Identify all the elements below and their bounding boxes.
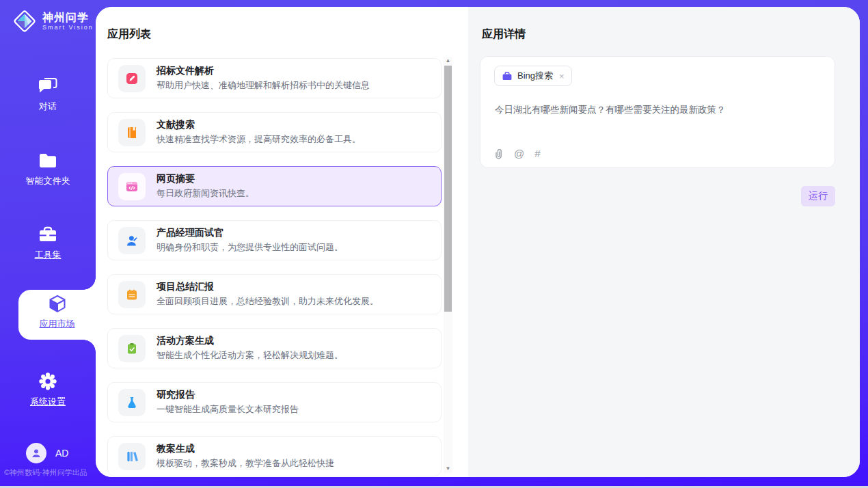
brand-logo-icon	[12, 9, 37, 33]
app-card-desc: 一键智能生成高质量长文本研究报告	[157, 403, 299, 416]
prompt-input[interactable]: 今日湖北有哪些新闻要点？有哪些需要关注的最新政策？	[495, 103, 818, 117]
copyright-text: ©神州数码·神州问学出品	[4, 467, 96, 478]
sidebar-item-label: 智能文件夹	[0, 175, 96, 187]
paperclip-icon[interactable]	[493, 148, 504, 159]
sidebar-item-app-market[interactable]: 应用市场	[18, 290, 96, 340]
user-icon	[31, 448, 42, 459]
sidebar-item-label: 工具集	[0, 249, 96, 261]
sidebar-item-settings[interactable]: 系统设置	[0, 372, 96, 408]
app-card-desc: 模板驱动，教案秒成，教学准备从此轻松快捷	[157, 457, 334, 470]
composer-toolbar: @ #	[493, 148, 541, 159]
scroll-down-icon[interactable]: ▼	[444, 465, 452, 473]
run-button[interactable]: 运行	[801, 186, 835, 206]
folder-icon	[0, 151, 96, 170]
gear-icon	[0, 372, 96, 391]
app-card-desc: 每日政府新闻资讯快查。	[157, 187, 254, 200]
close-icon[interactable]: ×	[558, 71, 565, 81]
toolbox-icon	[0, 225, 96, 244]
app-detail-panel: 应用详情 Bing搜索 × 今日湖北有哪些新闻要点？有哪些需要关注的最新政策？	[468, 7, 860, 477]
book-icon	[118, 119, 146, 146]
app-list-panel: 应用列表 招标文件解析 帮助用户快速、准确地理解和解析招标书中的关键信息	[96, 7, 468, 477]
prompt-card: Bing搜索 × 今日湖北有哪些新闻要点？有哪些需要关注的最新政策？ @ #	[480, 56, 835, 168]
app-card-project-summary[interactable]: 项目总结汇报 全面回顾项目进展，总结经验教训，助力未来优化发展。	[107, 274, 442, 314]
note-icon	[118, 281, 146, 308]
user-account[interactable]: AD	[26, 443, 68, 463]
app-list-title: 应用列表	[107, 27, 151, 42]
pen-square-icon	[118, 65, 146, 92]
books-icon	[118, 443, 146, 470]
sidebar-item-label: 对话	[0, 100, 96, 113]
app-card-desc: 帮助用户快速、准确地理解和解析招标书中的关键信息	[157, 79, 370, 92]
app-card-title: 研究报告	[157, 389, 299, 401]
sidebar-item-toolbox[interactable]: 工具集	[0, 225, 96, 261]
app-card-title: 网页摘要	[157, 173, 254, 185]
app-card-event-plan[interactable]: 活动方案生成 智能生成个性化活动方案，轻松解决规划难题。	[107, 328, 442, 368]
app-card-pm-interviewer[interactable]: 产品经理面试官 明确身份和职责，为您提供专业性的面试问题。	[107, 220, 442, 260]
tool-chip-bing-search[interactable]: Bing搜索 ×	[494, 66, 572, 86]
app-card-web-summary[interactable]: 网页摘要 每日政府新闻资讯快查。	[107, 166, 442, 206]
cube-icon	[18, 290, 96, 314]
interviewer-icon	[118, 227, 146, 254]
brand-name: 神州问学	[42, 12, 94, 24]
sidebar-item-label: 应用市场	[18, 318, 96, 330]
mention-icon[interactable]: @	[514, 148, 524, 159]
tool-chip-label: Bing搜索	[517, 70, 553, 82]
app-card-title: 文献搜索	[157, 119, 361, 131]
app-card-title: 产品经理面试官	[157, 227, 343, 239]
sidebar-item-smart-folder[interactable]: 智能文件夹	[0, 151, 96, 187]
flask-icon	[118, 389, 146, 416]
briefcase-icon	[502, 71, 513, 81]
app-card-desc: 明确身份和职责，为您提供专业性的面试问题。	[157, 241, 343, 254]
user-initials: AD	[55, 448, 68, 459]
app-card-title: 招标文件解析	[157, 65, 370, 77]
scrollbar-thumb[interactable]	[444, 66, 452, 312]
avatar	[26, 443, 46, 463]
app-card-bid-parsing[interactable]: 招标文件解析 帮助用户快速、准确地理解和解析招标书中的关键信息	[107, 58, 442, 98]
sidebar-item-label: 系统设置	[0, 396, 96, 408]
app-card-title: 项目总结汇报	[157, 281, 379, 293]
brand: 神州问学 Smart Vision	[12, 9, 94, 33]
app-card-desc: 全面回顾项目进展，总结经验教训，助力未来优化发展。	[157, 295, 379, 308]
sidebar-item-chat[interactable]: 对话	[0, 77, 96, 113]
app-card-title: 教案生成	[157, 443, 334, 455]
app-card-literature-search[interactable]: 文献搜索 快速精准查找学术资源，提高研究效率的必备工具。	[107, 112, 442, 152]
main-content: 应用列表 招标文件解析 帮助用户快速、准确地理解和解析招标书中的关键信息	[96, 7, 860, 477]
brand-subtitle: Smart Vision	[42, 24, 94, 31]
app-card-title: 活动方案生成	[157, 335, 343, 347]
hash-icon[interactable]: #	[534, 148, 540, 159]
browser-code-icon	[118, 173, 146, 200]
app-card-research-report[interactable]: 研究报告 一键智能生成高质量长文本研究报告	[107, 382, 442, 422]
app-card-lesson-plan[interactable]: 教案生成 模板驱动，教案秒成，教学准备从此轻松快捷	[107, 436, 442, 476]
scroll-up-icon[interactable]: ▲	[444, 57, 452, 65]
app-card-desc: 快速精准查找学术资源，提高研究效率的必备工具。	[157, 133, 361, 146]
clipboard-check-icon	[118, 335, 146, 362]
app-list-scrollbar[interactable]: ▲ ▼	[444, 57, 452, 473]
app-detail-title: 应用详情	[482, 27, 526, 42]
chat-icon	[0, 77, 96, 96]
app-list: 招标文件解析 帮助用户快速、准确地理解和解析招标书中的关键信息 文献搜索 快速精…	[107, 58, 442, 477]
app-card-desc: 智能生成个性化活动方案，轻松解决规划难题。	[157, 349, 343, 362]
sidebar: 神州问学 Smart Vision 对话 智能文件夹	[0, 0, 96, 488]
